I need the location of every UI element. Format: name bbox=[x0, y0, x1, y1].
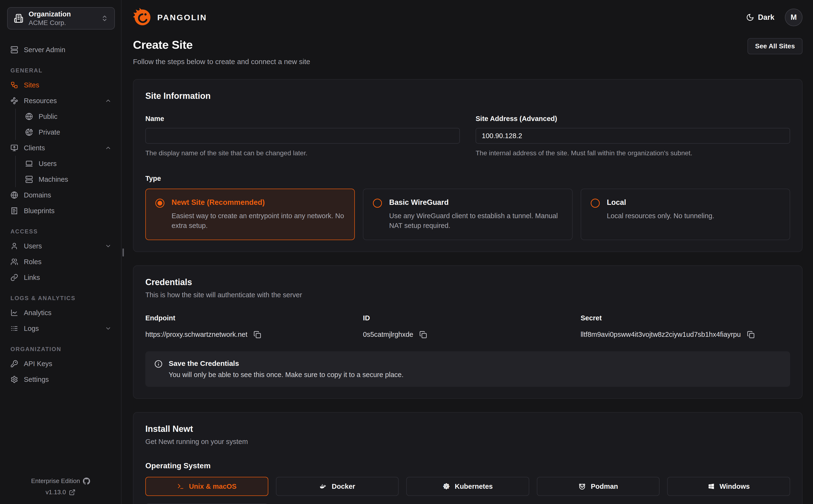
org-selector[interactable]: Organization ACME Corp. bbox=[7, 7, 115, 30]
sidebar-item-label: Private bbox=[39, 128, 60, 136]
terminal-icon bbox=[177, 483, 184, 490]
sidebar-item-roles[interactable]: Roles bbox=[7, 254, 115, 270]
type-option-wireguard[interactable]: Basic WireGuard Use any WireGuard client… bbox=[363, 189, 572, 240]
name-hint: The display name of the site that can be… bbox=[145, 149, 460, 157]
sidebar-item-label: Logs bbox=[24, 325, 39, 333]
users-icon bbox=[10, 258, 18, 266]
os-option-podman[interactable]: Podman bbox=[537, 477, 660, 496]
type-option-local[interactable]: Local Local resources only. No tunneling… bbox=[581, 189, 790, 240]
logs-icon bbox=[10, 325, 18, 332]
card-title: Credentials bbox=[145, 277, 790, 287]
waypoints-icon bbox=[10, 97, 18, 105]
sidebar-item-api-keys[interactable]: API Keys bbox=[7, 356, 115, 372]
name-input[interactable] bbox=[145, 128, 460, 144]
sidebar-item-label: Public bbox=[39, 113, 57, 121]
moon-icon bbox=[746, 13, 754, 21]
save-credentials-alert: Save the Credentials You will only be ab… bbox=[145, 351, 790, 387]
sidebar-item-settings[interactable]: Settings bbox=[7, 372, 115, 387]
see-all-sites-button[interactable]: See All Sites bbox=[748, 38, 803, 54]
monitor-up-icon bbox=[10, 144, 18, 152]
type-desc: Use any WireGuard client to establish a … bbox=[389, 211, 562, 231]
sidebar-item-server-admin[interactable]: Server Admin bbox=[7, 42, 115, 58]
os-label: Kubernetes bbox=[455, 483, 493, 490]
sidebar-item-label: Roles bbox=[24, 258, 41, 266]
type-title: Basic WireGuard bbox=[389, 198, 449, 207]
card-title: Install Newt bbox=[145, 424, 790, 434]
avatar[interactable]: M bbox=[785, 9, 803, 26]
sidebar-item-sites[interactable]: Sites bbox=[7, 77, 115, 93]
sidebar-item-users[interactable]: Users bbox=[7, 238, 115, 254]
edition-link[interactable]: Enterprise Edition bbox=[31, 477, 90, 485]
kubernetes-icon: ☸ bbox=[443, 482, 450, 490]
sidebar-item-logs[interactable]: Logs bbox=[7, 321, 115, 336]
globe-icon bbox=[10, 191, 18, 199]
github-icon bbox=[83, 478, 90, 485]
section-organization: ORGANIZATION bbox=[10, 346, 115, 353]
key-icon bbox=[10, 360, 18, 368]
receipt-icon bbox=[10, 207, 18, 215]
secret-value: lltf8m9avi0psww4it3vojtw8z2ciyw1ud7sb1hx… bbox=[581, 331, 741, 338]
type-title: Local bbox=[607, 198, 626, 207]
sidebar-item-label: Users bbox=[24, 242, 42, 250]
chevron-up-icon bbox=[105, 145, 111, 151]
site-type-options: Newt Site (Recommended) Easiest way to c… bbox=[145, 189, 790, 240]
brand[interactable]: PANGOLIN bbox=[133, 8, 207, 27]
address-field-group: Site Address (Advanced) The internal add… bbox=[476, 115, 790, 157]
address-hint: The internal address of the site. Must f… bbox=[476, 149, 790, 157]
sidebar-item-resources[interactable]: Resources bbox=[7, 93, 115, 109]
copy-secret-button[interactable] bbox=[747, 331, 755, 338]
sidebar-item-machines[interactable]: Machines bbox=[22, 171, 115, 187]
external-link-icon bbox=[69, 489, 76, 496]
sidebar-item-label: Machines bbox=[39, 176, 68, 183]
secret-label: Secret bbox=[581, 314, 790, 322]
card-title: Site Information bbox=[145, 91, 790, 101]
type-desc: Easiest way to create an entrypoint into… bbox=[171, 211, 345, 231]
alert-title: Save the Credentials bbox=[169, 359, 403, 368]
id-label: ID bbox=[363, 314, 572, 322]
sidebar-item-private[interactable]: Private bbox=[22, 124, 115, 140]
endpoint-value: https://proxy.schwartznetwork.net bbox=[145, 331, 247, 338]
radio-icon bbox=[373, 199, 382, 208]
chevron-down-icon bbox=[105, 243, 111, 249]
main-content: PANGOLIN Dark M Create Site Follow the s… bbox=[122, 0, 813, 504]
laptop-icon bbox=[25, 160, 33, 167]
install-newt-card: Install Newt Get Newt running on your sy… bbox=[133, 412, 803, 504]
sidebar-item-label: Analytics bbox=[24, 309, 51, 317]
gear-icon bbox=[10, 376, 18, 383]
version-link[interactable]: v1.13.0 bbox=[45, 489, 75, 496]
os-option-unix-macos[interactable]: Unix & macOS bbox=[145, 477, 268, 496]
org-label: Organization bbox=[29, 10, 71, 18]
resources-subnav: Public Private bbox=[15, 109, 115, 140]
type-option-newt[interactable]: Newt Site (Recommended) Easiest way to c… bbox=[145, 189, 355, 240]
sidebar-item-label: Sites bbox=[24, 81, 39, 89]
copy-id-button[interactable] bbox=[420, 331, 427, 338]
server-icon bbox=[10, 46, 18, 54]
page-title: Create Site bbox=[133, 38, 310, 51]
chevron-down-icon bbox=[105, 325, 111, 332]
site-address-input[interactable] bbox=[476, 128, 790, 144]
sidebar-item-clients[interactable]: Clients bbox=[7, 140, 115, 156]
sidebar-item-blueprints[interactable]: Blueprints bbox=[7, 203, 115, 219]
page-header: Create Site Follow the steps below to cr… bbox=[133, 38, 803, 66]
topbar: PANGOLIN Dark M bbox=[133, 7, 803, 28]
site-information-card: Site Information Name The display name o… bbox=[133, 79, 803, 252]
sidebar-item-client-users[interactable]: Users bbox=[22, 156, 115, 171]
link-icon bbox=[10, 274, 18, 281]
credentials-card: Credentials This is how the site will au… bbox=[133, 265, 803, 399]
sidebar-item-analytics[interactable]: Analytics bbox=[7, 305, 115, 321]
clients-subnav: Users Machines bbox=[15, 156, 115, 187]
os-option-kubernetes[interactable]: ☸ Kubernetes bbox=[406, 477, 529, 496]
server-icon bbox=[25, 176, 33, 183]
copy-endpoint-button[interactable] bbox=[253, 331, 261, 338]
page-subtitle: Follow the steps below to create and con… bbox=[133, 58, 310, 66]
sidebar-item-domains[interactable]: Domains bbox=[7, 187, 115, 203]
sidebar-item-label: Clients bbox=[24, 144, 45, 152]
sidebar-item-links[interactable]: Links bbox=[7, 270, 115, 285]
theme-toggle[interactable]: Dark bbox=[746, 13, 774, 22]
sidebar-item-public[interactable]: Public bbox=[22, 109, 115, 124]
sidebar-item-label: Blueprints bbox=[24, 207, 55, 215]
os-option-docker[interactable]: Docker bbox=[276, 477, 399, 496]
os-option-windows[interactable]: Windows bbox=[667, 477, 790, 496]
type-desc: Local resources only. No tunneling. bbox=[607, 211, 714, 221]
chevron-up-icon bbox=[105, 97, 111, 104]
